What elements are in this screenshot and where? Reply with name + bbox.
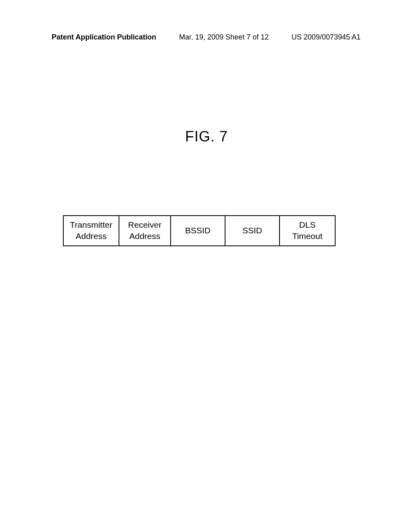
page-header: Patent Application Publication Mar. 19, … xyxy=(0,33,413,42)
header-publication-number: US 2009/0073945 A1 xyxy=(292,33,361,42)
cell-text-line: Address xyxy=(75,231,106,241)
header-publication-type: Patent Application Publication xyxy=(52,33,156,42)
cell-transmitter-address: Transmitter Address xyxy=(63,216,119,246)
cell-text-line: Timeout xyxy=(292,231,322,241)
cell-dls-timeout: DLS Timeout xyxy=(280,216,335,246)
cell-ssid: SSID xyxy=(225,216,280,246)
cell-text-line: Transmitter xyxy=(70,220,112,229)
cell-text-line: SSID xyxy=(242,226,262,235)
cell-bssid: BSSID xyxy=(171,216,225,246)
cell-text-line: Receiver xyxy=(128,220,162,229)
cell-text-line: DLS xyxy=(299,220,316,229)
figure-label: FIG. 7 xyxy=(0,128,413,145)
header-date-sheet: Mar. 19, 2009 Sheet 7 of 12 xyxy=(179,33,269,42)
cell-text-line: BSSID xyxy=(185,226,211,235)
frame-fields-table: Transmitter Address Receiver Address BSS… xyxy=(63,215,336,246)
cell-text-line: Address xyxy=(129,231,160,241)
cell-receiver-address: Receiver Address xyxy=(119,216,171,246)
table-row: Transmitter Address Receiver Address BSS… xyxy=(63,216,335,246)
